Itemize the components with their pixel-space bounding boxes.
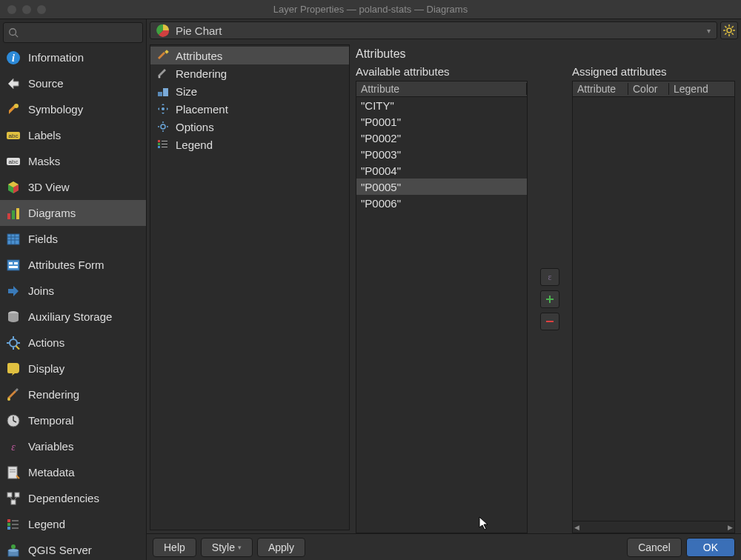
sidebar-item-diagrams[interactable]: Diagrams bbox=[0, 200, 146, 226]
masks-icon: abc bbox=[6, 154, 21, 169]
svg-line-1 bbox=[16, 35, 19, 38]
available-item[interactable]: "P0002" bbox=[356, 130, 527, 146]
sidebar-item-variables[interactable]: εVariables bbox=[0, 433, 146, 459]
subnav-item-placement[interactable]: Placement bbox=[150, 100, 349, 118]
window-title: Layer Properties — poland-stats — Diagra… bbox=[0, 4, 741, 15]
sidebar-item-3dview[interactable]: 3D View bbox=[0, 174, 146, 200]
apply-button[interactable]: Apply bbox=[257, 538, 305, 557]
svg-rect-9 bbox=[7, 213, 10, 219]
sidebar-item-fields[interactable]: Fields bbox=[0, 226, 146, 252]
subnav-item-rendering[interactable]: Rendering bbox=[150, 64, 349, 82]
zoom-window[interactable] bbox=[37, 5, 46, 14]
sidebar-item-legend[interactable]: Legend bbox=[0, 511, 146, 537]
available-item[interactable]: "P0004" bbox=[356, 162, 527, 179]
sidebar-item-attrform[interactable]: Attributes Form bbox=[0, 252, 146, 278]
ok-button[interactable]: OK bbox=[686, 538, 735, 557]
svg-point-0 bbox=[10, 29, 16, 36]
remove-attribute-button[interactable] bbox=[540, 313, 559, 330]
svg-rect-79 bbox=[546, 321, 554, 322]
sidebar-item-label: Variables bbox=[28, 440, 73, 453]
sidebar-item-dependencies[interactable]: Dependencies bbox=[0, 485, 146, 511]
information-icon: i bbox=[6, 50, 21, 65]
available-list[interactable]: "CITY""P0001""P0002""P0003""P0004""P0005… bbox=[356, 97, 528, 533]
fields-icon bbox=[6, 232, 21, 247]
svg-rect-60 bbox=[165, 50, 169, 54]
cancel-button[interactable]: Cancel bbox=[627, 538, 682, 557]
svg-text:i: i bbox=[12, 53, 15, 64]
add-attribute-button[interactable] bbox=[540, 290, 559, 308]
metadata-icon bbox=[6, 465, 21, 480]
sidebar-item-label: Masks bbox=[28, 155, 60, 167]
available-item[interactable]: "P0005" bbox=[356, 179, 527, 195]
sidebar-item-information[interactable]: iInformation bbox=[0, 44, 146, 70]
sidebar-item-metadata[interactable]: Metadata bbox=[0, 459, 146, 485]
sidebar-item-label: 3D View bbox=[28, 181, 70, 193]
sidebar-item-rendering[interactable]: Rendering bbox=[0, 381, 146, 407]
sidebar-item-label: Source bbox=[28, 77, 64, 90]
sidebar-item-aux[interactable]: Auxiliary Storage bbox=[0, 304, 146, 330]
assigned-header-legend: Legend bbox=[669, 83, 734, 95]
available-header[interactable]: Attribute bbox=[356, 81, 528, 97]
subnav-item-size[interactable]: Size bbox=[150, 82, 349, 100]
assigned-header-color: Color bbox=[628, 83, 669, 95]
actions-icon bbox=[6, 336, 21, 350]
sidebar-item-qgisserver[interactable]: QGIS Server bbox=[0, 537, 146, 560]
assigned-list[interactable] bbox=[572, 97, 735, 521]
sidebar-item-source[interactable]: Source bbox=[0, 70, 146, 96]
sidebar-item-label: Metadata bbox=[28, 466, 75, 479]
subnav-item-legend[interactable]: Legend bbox=[150, 136, 349, 153]
sidebar-item-symbology[interactable]: Symbology bbox=[0, 96, 146, 122]
available-item[interactable]: "P0001" bbox=[356, 113, 527, 130]
svg-point-4 bbox=[14, 104, 19, 108]
assigned-header-attribute: Attribute bbox=[573, 83, 628, 95]
svg-point-65 bbox=[161, 124, 165, 129]
sidebar-item-temporal[interactable]: Temporal bbox=[0, 407, 146, 433]
placement-icon bbox=[156, 103, 170, 115]
assigned-header[interactable]: Attribute Color Legend bbox=[572, 81, 735, 97]
expression-button[interactable]: ε bbox=[540, 268, 559, 286]
close-window[interactable] bbox=[7, 5, 16, 14]
svg-rect-18 bbox=[9, 262, 13, 264]
subnav-item-options[interactable]: Options bbox=[150, 118, 349, 136]
available-item[interactable]: "CITY" bbox=[356, 97, 527, 113]
svg-rect-43 bbox=[7, 523, 10, 526]
svg-line-56 bbox=[725, 26, 726, 27]
sidebar-item-labels[interactable]: abcLabels bbox=[0, 122, 146, 148]
svg-point-24 bbox=[10, 339, 17, 347]
titlebar: Layer Properties — poland-stats — Diagra… bbox=[0, 0, 741, 19]
svg-point-51 bbox=[727, 28, 731, 33]
subnav-item-label: Attributes bbox=[176, 50, 222, 62]
svg-line-57 bbox=[732, 33, 734, 35]
search-input[interactable] bbox=[3, 22, 143, 43]
qgisserver-icon bbox=[6, 543, 21, 558]
sidebar-item-label: Legend bbox=[28, 518, 65, 530]
diagram-options-button[interactable] bbox=[720, 21, 738, 39]
assigned-scrollbar[interactable]: ◀ ▶ bbox=[572, 521, 735, 533]
joins-icon bbox=[6, 284, 21, 299]
sidebar-item-display[interactable]: Display bbox=[0, 356, 146, 381]
aux-icon bbox=[6, 310, 21, 324]
diagram-type-selector[interactable]: Pie Chart ▾ bbox=[150, 21, 717, 39]
sidebar-item-label: Rendering bbox=[28, 388, 79, 401]
sidebar-item-joins[interactable]: Joins bbox=[0, 278, 146, 304]
sidebar-item-masks[interactable]: abcMasks bbox=[0, 148, 146, 174]
available-item[interactable]: "P0006" bbox=[356, 195, 527, 211]
attributes-icon bbox=[156, 50, 170, 61]
sidebar-item-label: Display bbox=[28, 362, 64, 375]
available-item[interactable]: "P0003" bbox=[356, 146, 527, 162]
style-button[interactable]: Style▾ bbox=[201, 538, 253, 557]
sidebar-item-label: Actions bbox=[28, 336, 64, 349]
svg-text:abc: abc bbox=[9, 159, 19, 165]
minimize-window[interactable] bbox=[22, 5, 31, 14]
search-icon bbox=[8, 27, 20, 38]
svg-line-41 bbox=[14, 497, 17, 500]
subnav-item-label: Options bbox=[176, 121, 214, 133]
sidebar-item-actions[interactable]: Actions bbox=[0, 330, 146, 356]
subnav-item-label: Legend bbox=[176, 139, 213, 151]
sidebar-item-label: Symbology bbox=[28, 103, 83, 116]
attrform-icon bbox=[6, 258, 21, 273]
help-button[interactable]: Help bbox=[153, 538, 196, 557]
pane-title: Attributes bbox=[356, 47, 735, 61]
subnav-item-attributes[interactable]: Attributes bbox=[150, 47, 349, 64]
svg-point-23 bbox=[8, 318, 19, 322]
